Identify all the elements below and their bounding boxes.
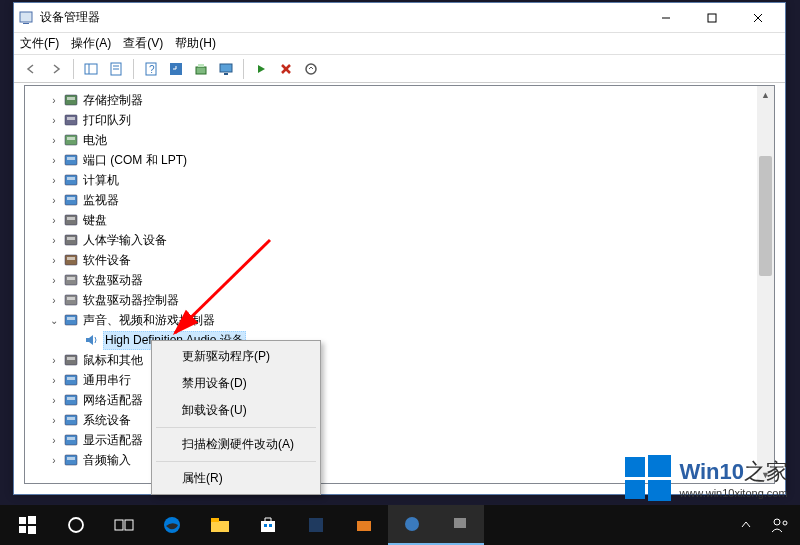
tree-node[interactable]: › 键盘 — [27, 210, 755, 230]
expand-icon[interactable]: › — [47, 413, 61, 427]
svg-rect-22 — [67, 97, 75, 100]
scrollbar[interactable]: ▲ ▼ — [757, 86, 774, 483]
tree-node[interactable]: › 打印队列 — [27, 110, 755, 130]
tray-up-icon[interactable] — [732, 505, 760, 545]
device-icon — [63, 372, 79, 388]
tree-node[interactable]: › 网络适配器 — [27, 390, 755, 410]
context-menu-item[interactable]: 卸载设备(U) — [154, 397, 318, 424]
context-menu-item[interactable]: 更新驱动程序(P) — [154, 343, 318, 370]
edge-icon[interactable] — [148, 505, 196, 545]
maximize-button[interactable] — [689, 3, 735, 33]
update-button[interactable] — [190, 58, 212, 80]
svg-rect-26 — [67, 137, 75, 140]
scroll-thumb[interactable] — [759, 156, 772, 276]
expand-icon[interactable]: › — [47, 253, 61, 267]
expand-icon[interactable]: › — [47, 453, 61, 467]
cortana-icon[interactable] — [52, 505, 100, 545]
svg-rect-36 — [67, 237, 75, 240]
device-icon — [63, 392, 79, 408]
expand-icon[interactable]: › — [47, 273, 61, 287]
forward-button[interactable] — [45, 58, 67, 80]
expand-icon[interactable]: › — [47, 433, 61, 447]
expand-icon[interactable]: › — [47, 153, 61, 167]
device-tree[interactable]: › 存储控制器 › 打印队列 › 电池 › 端口 (COM 和 LPT) › 计… — [25, 86, 757, 483]
svg-rect-1 — [23, 23, 29, 24]
uninstall-button[interactable] — [275, 58, 297, 80]
expand-icon[interactable]: › — [47, 193, 61, 207]
back-button[interactable] — [20, 58, 42, 80]
start-button[interactable] — [4, 505, 52, 545]
tree-node-child[interactable]: High Definition Audio 设备 — [27, 330, 755, 350]
app2-icon[interactable] — [340, 505, 388, 545]
people-icon[interactable] — [760, 505, 800, 545]
expand-icon[interactable]: › — [47, 93, 61, 107]
menu-file[interactable]: 文件(F) — [20, 35, 59, 52]
expand-icon[interactable]: › — [47, 213, 61, 227]
device-icon — [63, 452, 79, 468]
tree-node[interactable]: › 系统设备 — [27, 410, 755, 430]
svg-rect-71 — [211, 518, 219, 522]
expand-icon[interactable]: › — [47, 233, 61, 247]
app1-icon[interactable] — [292, 505, 340, 545]
close-button[interactable] — [735, 3, 781, 33]
menubar: 文件(F) 操作(A) 查看(V) 帮助(H) — [14, 33, 785, 55]
watermark-url: www.win10xitong.com — [679, 487, 788, 499]
tree-node[interactable]: › 人体学输入设备 — [27, 230, 755, 250]
svg-rect-46 — [67, 357, 75, 360]
expand-icon[interactable]: › — [47, 353, 61, 367]
tree-node[interactable]: › 鼠标和其他 — [27, 350, 755, 370]
taskbar-devmgr-icon[interactable] — [436, 505, 484, 545]
device-icon — [63, 152, 79, 168]
svg-text:?: ? — [149, 64, 155, 75]
menu-view[interactable]: 查看(V) — [123, 35, 163, 52]
expand-icon[interactable]: › — [47, 113, 61, 127]
show-hide-button[interactable] — [80, 58, 102, 80]
expand-icon[interactable]: › — [47, 293, 61, 307]
tree-node[interactable]: › 存储控制器 — [27, 90, 755, 110]
menu-action[interactable]: 操作(A) — [71, 35, 111, 52]
taskbar-browser-icon[interactable] — [388, 505, 436, 545]
enable-button[interactable] — [250, 58, 272, 80]
monitor-button[interactable] — [215, 58, 237, 80]
tree-node[interactable]: › 端口 (COM 和 LPT) — [27, 150, 755, 170]
context-menu-item[interactable]: 扫描检测硬件改动(A) — [154, 431, 318, 458]
tree-panel: › 存储控制器 › 打印队列 › 电池 › 端口 (COM 和 LPT) › 计… — [24, 85, 775, 484]
svg-point-77 — [405, 517, 419, 531]
device-icon — [63, 252, 79, 268]
device-icon — [63, 172, 79, 188]
device-icon — [63, 112, 79, 128]
store-icon[interactable] — [244, 505, 292, 545]
scroll-up-icon[interactable]: ▲ — [757, 86, 774, 103]
tree-node[interactable]: › 电池 — [27, 130, 755, 150]
tree-node[interactable]: › 显示适配器 — [27, 430, 755, 450]
tree-node[interactable]: › 软件设备 — [27, 250, 755, 270]
help-button[interactable]: ? — [140, 58, 162, 80]
expand-icon[interactable]: › — [47, 173, 61, 187]
tree-node[interactable]: › 软盘驱动器控制器 — [27, 290, 755, 310]
expand-icon[interactable]: › — [47, 133, 61, 147]
tree-node[interactable]: › 计算机 — [27, 170, 755, 190]
tree-node[interactable]: › 通用串行 — [27, 370, 755, 390]
context-menu-item[interactable]: 禁用设备(D) — [154, 370, 318, 397]
svg-rect-54 — [67, 437, 75, 440]
tree-node[interactable]: ⌄ 声音、视频和游戏控制器 — [27, 310, 755, 330]
expand-icon[interactable]: ⌄ — [47, 313, 61, 327]
scan-button[interactable] — [165, 58, 187, 80]
explorer-icon[interactable] — [196, 505, 244, 545]
scan-hardware-button[interactable] — [300, 58, 322, 80]
menu-help[interactable]: 帮助(H) — [175, 35, 216, 52]
context-menu-item[interactable]: 属性(R) — [154, 465, 318, 492]
tree-label: 计算机 — [83, 172, 119, 189]
svg-rect-64 — [19, 526, 26, 533]
expand-icon[interactable]: › — [47, 393, 61, 407]
minimize-button[interactable] — [643, 3, 689, 33]
device-manager-window: 设备管理器 文件(F) 操作(A) 查看(V) 帮助(H) ? — [13, 2, 786, 495]
expand-icon[interactable]: › — [47, 373, 61, 387]
tree-node[interactable]: › 监视器 — [27, 190, 755, 210]
tree-node[interactable]: › 软盘驱动器 — [27, 270, 755, 290]
device-icon — [63, 292, 79, 308]
properties-button[interactable] — [105, 58, 127, 80]
context-menu: 更新驱动程序(P)禁用设备(D)卸载设备(U)扫描检测硬件改动(A)属性(R) — [151, 340, 321, 495]
task-view-icon[interactable] — [100, 505, 148, 545]
window-title: 设备管理器 — [40, 9, 643, 26]
